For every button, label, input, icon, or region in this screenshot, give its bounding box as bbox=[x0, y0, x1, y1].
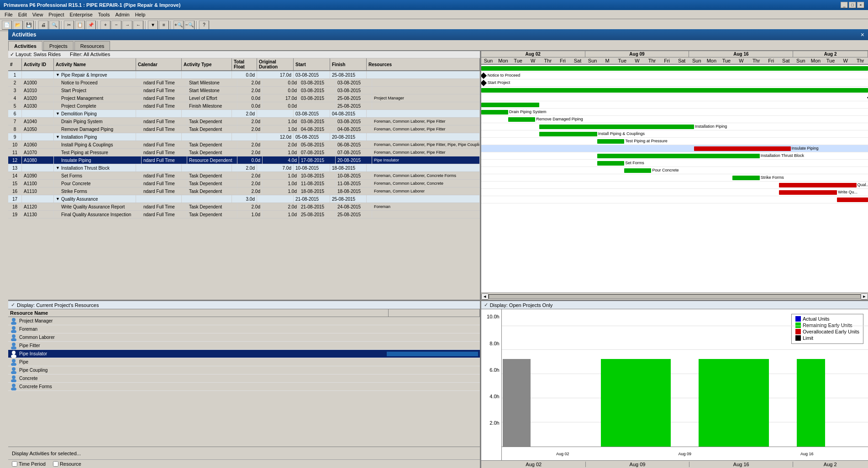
gantt-bar bbox=[539, 132, 597, 136]
paste-button[interactable]: 📌 bbox=[86, 21, 96, 30]
gantt-bar bbox=[481, 103, 539, 107]
resource-row[interactable]: Pipe Insulator bbox=[8, 350, 480, 358]
zoom-in-button[interactable]: +🔍 bbox=[174, 21, 184, 30]
table-row[interactable]: 11 A1070 Test Piping at Pressure ndard F… bbox=[8, 149, 480, 156]
table-row[interactable]: 3 A1010 Start Project ndard Full Time St… bbox=[8, 87, 480, 94]
table-row[interactable]: 5 A1030 Project Complete ndard Full Time… bbox=[8, 102, 480, 110]
histogram-chart: Actual Units Remaining Early Units Overa… bbox=[502, 309, 868, 460]
minimize-button[interactable]: _ bbox=[841, 2, 848, 8]
table-row[interactable]: 19 A1130 Final Quality Assurance Inspect… bbox=[8, 211, 480, 218]
resource-row[interactable]: Pipe Fitter bbox=[8, 342, 480, 350]
filter-button[interactable]: ▼ bbox=[148, 21, 158, 30]
table-row[interactable]: 2 A1000 Notice to Proceed ndard Full Tim… bbox=[8, 79, 480, 87]
histogram-header: ✓ Display: Open Projects Only bbox=[481, 301, 868, 309]
cell-num: 2 bbox=[8, 79, 22, 86]
table-row[interactable]: 7 A1040 Drain Piping System ndard Full T… bbox=[8, 118, 480, 125]
panel-close-button[interactable]: × bbox=[861, 31, 864, 38]
menu-project[interactable]: Project bbox=[46, 11, 67, 18]
cell-resources bbox=[367, 71, 480, 78]
resource-checkbox[interactable] bbox=[53, 461, 58, 467]
cut-button[interactable]: ✂ bbox=[64, 21, 74, 30]
save-button[interactable]: 💾 bbox=[24, 21, 34, 30]
time-period-label[interactable]: Time Period bbox=[12, 461, 46, 467]
scroll-right-button[interactable]: ► bbox=[861, 293, 868, 300]
tab-bar: Activities Projects Resources bbox=[8, 40, 868, 51]
copy-button[interactable]: 📋 bbox=[75, 21, 85, 30]
resource-name: Foreman bbox=[19, 327, 387, 332]
svg-point-5 bbox=[11, 338, 16, 341]
table-row[interactable]: 4 A1020 Project Management ndard Full Ti… bbox=[8, 94, 480, 102]
cell-start: 03-08-2015 bbox=[294, 71, 330, 78]
outdent-button[interactable]: ← bbox=[133, 21, 143, 30]
resource-check-label[interactable]: Resource bbox=[53, 461, 81, 467]
tab-activities[interactable]: Activities bbox=[8, 41, 42, 51]
cell-cal: ndard Full Time bbox=[142, 118, 187, 125]
cell-type bbox=[182, 110, 232, 117]
scroll-track[interactable] bbox=[489, 294, 861, 299]
tab-projects[interactable]: Projects bbox=[43, 41, 74, 50]
resource-col-name: Resource Name bbox=[8, 309, 389, 317]
menu-view[interactable]: View bbox=[30, 11, 46, 18]
scroll-left-button[interactable]: ◄ bbox=[481, 293, 489, 300]
table-row[interactable]: 8 A1050 Remove Damaged Piping ndard Full… bbox=[8, 125, 480, 133]
tab-resources[interactable]: Resources bbox=[74, 41, 110, 50]
gantt-scrollbar[interactable]: ◄ ► bbox=[481, 292, 868, 300]
preview-button[interactable]: 🔍 bbox=[49, 21, 59, 30]
table-row[interactable]: 14 A1090 Set Forms ndard Full Time Task … bbox=[8, 172, 480, 180]
menu-file[interactable]: File bbox=[2, 11, 16, 18]
resource-row[interactable]: Concrete Forms bbox=[8, 383, 480, 391]
table-row[interactable]: 9 ▼Installation Piping 12.0d 05-08-2015 … bbox=[8, 133, 480, 141]
resource-row[interactable]: Foreman bbox=[8, 325, 480, 333]
hist-bar bbox=[657, 359, 671, 447]
zoom-out-button[interactable]: −🔍 bbox=[184, 21, 195, 30]
window-controls[interactable]: _ □ × bbox=[841, 2, 864, 8]
table-row[interactable]: 13 ▼Installation Thrust Block 2.0d 7.0d … bbox=[8, 164, 480, 172]
layout-button[interactable]: ≡ bbox=[159, 21, 169, 30]
cell-float: 0.0d bbox=[237, 156, 263, 164]
cell-type: Finish Milestone bbox=[187, 102, 237, 109]
time-period-checkbox[interactable] bbox=[12, 461, 17, 467]
hist-bar bbox=[755, 359, 769, 447]
table-row[interactable]: 18 A1120 Write Quality Assurance Report … bbox=[8, 203, 480, 211]
table-row[interactable]: 12 A1080 Insulate Piping ndard Full Time… bbox=[8, 156, 480, 164]
menu-tools[interactable]: Tools bbox=[95, 11, 113, 18]
table-row[interactable]: 10 A1060 Install Piping & Couplings ndar… bbox=[8, 141, 480, 149]
delete-button[interactable]: − bbox=[111, 21, 121, 30]
cell-name: Write Quality Assurance Report bbox=[59, 203, 142, 210]
menu-help[interactable]: Help bbox=[132, 11, 148, 18]
menu-edit[interactable]: Edit bbox=[16, 11, 30, 18]
resource-row[interactable]: Pipe bbox=[8, 358, 480, 366]
resource-row[interactable]: Project Manager bbox=[8, 317, 480, 325]
y-label-4: 4.0h bbox=[489, 394, 499, 399]
resource-row[interactable]: Common Laborer bbox=[8, 333, 480, 342]
table-row[interactable]: 1 ▼Pipe Repair & Improve 0.0d 17.0d 03-0… bbox=[8, 71, 480, 79]
print-button[interactable]: 🖨 bbox=[38, 21, 48, 30]
close-button[interactable]: × bbox=[857, 2, 864, 8]
y-label-3: 6.0h bbox=[489, 367, 499, 373]
table-row[interactable]: 15 A1100 Pour Concrete ndard Full Time T… bbox=[8, 180, 480, 187]
cell-float: 2.0d bbox=[237, 79, 263, 86]
maximize-button[interactable]: □ bbox=[849, 2, 856, 8]
cell-id bbox=[22, 133, 54, 140]
svg-point-7 bbox=[11, 346, 16, 349]
gantt-day: Thr bbox=[645, 57, 660, 64]
hist-time-aug23: Aug 2 bbox=[793, 462, 867, 467]
svg-point-15 bbox=[11, 379, 16, 382]
table-row[interactable]: 16 A1110 Strike Forms ndard Full Time Ta… bbox=[8, 187, 480, 195]
table-row[interactable]: 17 ▼Quality Assurance 3.0d 21-08-2015 25… bbox=[8, 195, 480, 203]
resource-row[interactable]: Concrete bbox=[8, 374, 480, 383]
help-button[interactable]: ? bbox=[199, 21, 209, 30]
menu-enterprise[interactable]: Enterprise bbox=[67, 11, 95, 18]
indent-button[interactable]: → bbox=[122, 21, 132, 30]
cell-finish: 10-08-2015 bbox=[336, 172, 372, 179]
cell-float: 2.0d bbox=[237, 180, 263, 187]
new-button[interactable]: 📄 bbox=[2, 21, 12, 30]
add-button[interactable]: + bbox=[100, 21, 110, 30]
table-row[interactable]: 6 ▼Demolition Piping 2.0d 03-08-2015 04-… bbox=[8, 110, 480, 118]
cell-resources: Foreman, Common Laborer, Concrete bbox=[372, 180, 480, 187]
gantt-row: Write Qu... bbox=[481, 189, 868, 196]
menu-admin[interactable]: Admin bbox=[112, 11, 132, 18]
cell-type: Start Milestone bbox=[187, 87, 237, 94]
open-button[interactable]: 📂 bbox=[13, 21, 23, 30]
resource-row[interactable]: Pipe Coupling bbox=[8, 366, 480, 374]
